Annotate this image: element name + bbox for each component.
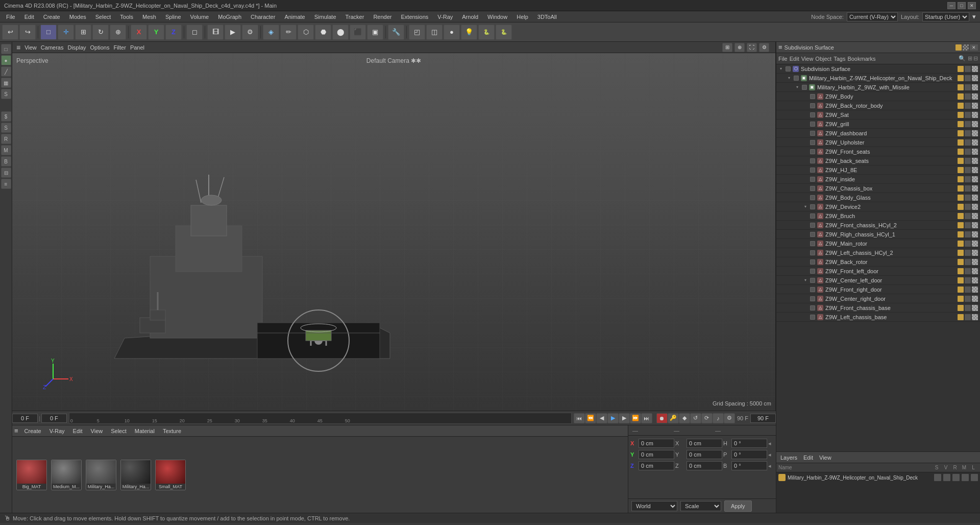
rotate-tool-button[interactable]: ↻ [92,25,109,40]
mat-vray-menu[interactable]: V-Ray [47,428,67,434]
obj-render-dot[interactable] [965,167,971,173]
layer-r-1[interactable] [952,474,960,481]
magnet-button[interactable]: 🔧 [388,25,404,40]
menu-spline[interactable]: Spline [161,13,185,21]
obj-color-dot[interactable] [958,84,964,90]
layer-item-1[interactable]: Military_Harbin_Z-9WZ_Helicopter_on_Nava… [776,472,980,483]
timeline-options-button[interactable]: ⚙ [724,413,735,423]
obj-color-dot[interactable] [958,305,964,311]
menu-tools[interactable]: Tools [116,13,137,21]
obj-color-dot[interactable] [958,222,964,228]
obj-color-dot[interactable] [958,112,964,118]
obj-visibility-toggle[interactable] [810,158,815,163]
obj-visibility-toggle[interactable] [786,66,791,71]
obj-menu-icon[interactable]: ≡ [778,43,782,51]
lt-material[interactable]: M [1,145,11,155]
prev-frame-button[interactable]: ⏪ [585,413,596,423]
polygon-pen-button[interactable]: ⬡ [298,25,314,40]
menu-file[interactable]: File [2,13,19,21]
layout-select[interactable]: Startup (User) [922,12,969,21]
menu-mograph[interactable]: MoGraph [214,13,246,21]
menu-vray[interactable]: V-Ray [433,13,457,21]
obj-list-item[interactable]: △Z9W_Front_chassis_base [776,303,980,313]
obj-list-item[interactable]: △Z9W_grill [776,120,980,129]
texture-button[interactable]: ◰ [409,25,425,40]
viewport-display-menu[interactable]: Display [67,44,86,51]
obj-file-menu[interactable]: File [778,56,788,62]
obj-render-dot[interactable] [965,66,971,72]
obj-color-dot[interactable] [958,176,964,182]
obj-render-dot[interactable] [965,158,971,164]
menu-character[interactable]: Character [247,13,279,21]
coord-h[interactable] [731,439,767,448]
current-frame-input[interactable] [12,414,38,423]
subdivision-button[interactable]: ▣ [367,25,383,40]
go-end-button[interactable]: ⏭ [641,413,652,423]
obj-color-dot[interactable] [958,213,964,219]
obj-render-dot[interactable] [965,305,971,311]
obj-visibility-toggle[interactable] [810,296,815,301]
obj-render-dot[interactable] [965,204,971,210]
obj-list-item[interactable]: △Z9W_Upholster [776,138,980,147]
obj-checker-dot[interactable] [972,66,978,72]
obj-render-dot[interactable] [965,296,971,302]
obj-visibility-toggle[interactable] [810,213,815,219]
lights-button[interactable]: 💡 [461,25,477,40]
obj-list-item[interactable]: △Z9W_inside [776,175,980,184]
obj-checker-dot[interactable] [972,222,978,228]
obj-list-item[interactable]: △Z9W_Center_right_door [776,294,980,303]
obj-list-item[interactable]: △Z9W_Front_left_door [776,267,980,276]
obj-checker-dot[interactable] [972,296,978,302]
vp-expand-btn[interactable]: ⊕ [734,43,745,52]
obj-render-dot[interactable] [965,75,971,81]
vp-lock-btn[interactable]: ⊞ [722,43,732,52]
obj-list-item[interactable]: △Z9W_Main_rotor [776,239,980,248]
coord-p[interactable] [731,450,767,459]
lt-move[interactable]: $ [1,111,11,122]
obj-visibility-toggle[interactable] [810,103,815,108]
obj-render-dot[interactable] [965,195,971,201]
obj-edit-menu[interactable]: Edit [790,56,799,62]
obj-render-dot[interactable] [965,314,971,320]
obj-checker-dot[interactable] [972,250,978,256]
layer-m-1[interactable] [962,474,969,481]
obj-render-dot[interactable] [965,231,971,237]
prev-keyframe-button[interactable]: ◀ [596,413,607,423]
menu-3dtoall[interactable]: 3DToAll [533,13,561,21]
obj-color-dot[interactable] [958,139,964,146]
obj-render-dot[interactable] [965,139,971,146]
obj-color-dot[interactable] [958,241,964,247]
layers-view-tab[interactable]: View [819,455,831,461]
lt-obj-mode[interactable]: □ [1,44,11,54]
obj-visibility-toggle[interactable] [810,131,815,136]
obj-checker-dot[interactable] [972,204,978,210]
next-keyframe-button[interactable]: ▶ [619,413,630,423]
layer-s-1[interactable] [934,474,941,481]
coord-z-rot[interactable] [687,461,722,470]
render-view-button[interactable]: 🎞 [207,25,224,40]
axis-x-button[interactable]: X [131,25,147,40]
obj-checker-dot[interactable] [972,103,978,109]
mat-create-menu[interactable]: Create [22,428,43,434]
obj-color-dot[interactable] [958,287,964,293]
obj-color-dot[interactable] [958,204,964,210]
obj-render-dot[interactable] [965,103,971,109]
auto-key-button[interactable]: 🔑 [668,413,679,423]
obj-close-button[interactable]: ✕ [970,44,978,51]
obj-list-item[interactable]: △Z9W_Left_chassis_base [776,313,980,322]
close-button[interactable]: ✕ [968,2,976,9]
obj-color-dot[interactable] [958,75,964,81]
obj-view-menu[interactable]: View [801,56,814,62]
obj-visibility-toggle[interactable] [810,204,815,209]
obj-list-item[interactable]: ▾△Z9W_Device2 [776,202,980,211]
lt-point-mode[interactable]: ● [1,55,11,65]
menu-create[interactable]: Create [39,13,64,21]
obj-list-item[interactable]: △Z9W_Body_Glass [776,193,980,202]
obj-checker-dot[interactable] [972,75,978,81]
obj-checker-dot[interactable] [972,176,978,182]
axis-y-button[interactable]: Y [148,25,164,40]
obj-color-dot[interactable] [958,277,964,283]
obj-checker-dot[interactable] [972,130,978,136]
layer-l-1[interactable] [971,474,978,481]
lt-scale[interactable]: S [1,123,11,133]
